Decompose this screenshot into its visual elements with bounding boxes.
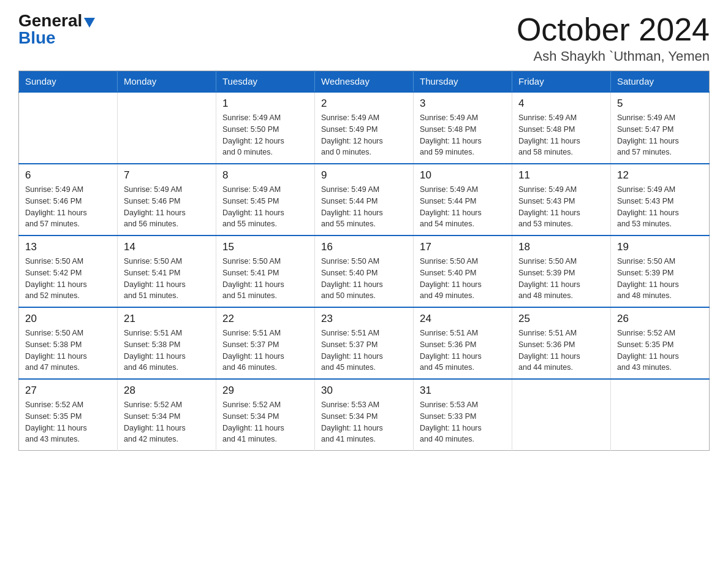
day-info: Sunrise: 5:49 AMSunset: 5:48 PMDaylight:… (420, 112, 506, 158)
day-number: 18 (518, 241, 604, 253)
day-info: Sunrise: 5:52 AMSunset: 5:35 PMDaylight:… (617, 327, 703, 373)
calendar-cell: 9Sunrise: 5:49 AMSunset: 5:44 PMDaylight… (315, 164, 414, 236)
day-info: Sunrise: 5:50 AMSunset: 5:40 PMDaylight:… (321, 256, 407, 302)
calendar-cell: 28Sunrise: 5:52 AMSunset: 5:34 PMDayligh… (118, 379, 216, 451)
calendar-cell: 14Sunrise: 5:50 AMSunset: 5:41 PMDayligh… (118, 236, 216, 307)
calendar-header-monday: Monday (118, 71, 216, 93)
calendar-cell: 3Sunrise: 5:49 AMSunset: 5:48 PMDaylight… (414, 92, 512, 164)
day-info: Sunrise: 5:49 AMSunset: 5:44 PMDaylight:… (420, 184, 506, 230)
calendar-week-row: 27Sunrise: 5:52 AMSunset: 5:35 PMDayligh… (19, 379, 710, 451)
calendar-table: SundayMondayTuesdayWednesdayThursdayFrid… (18, 71, 710, 451)
day-info: Sunrise: 5:49 AMSunset: 5:47 PMDaylight:… (617, 112, 703, 158)
day-number: 22 (222, 313, 308, 325)
day-number: 21 (124, 313, 210, 325)
logo-triangle-icon (84, 13, 95, 31)
day-info: Sunrise: 5:49 AMSunset: 5:45 PMDaylight:… (222, 184, 308, 230)
day-number: 2 (321, 98, 407, 110)
calendar-header-row: SundayMondayTuesdayWednesdayThursdayFrid… (19, 71, 710, 93)
calendar-header-thursday: Thursday (414, 71, 512, 93)
day-number: 20 (25, 313, 111, 325)
day-number: 11 (518, 169, 604, 182)
day-number: 13 (25, 241, 111, 253)
title-block: October 2024 Ash Shaykh `Uthman, Yemen (517, 12, 710, 64)
calendar-header-sunday: Sunday (19, 71, 118, 93)
day-number: 24 (420, 313, 506, 325)
day-info: Sunrise: 5:51 AMSunset: 5:37 PMDaylight:… (222, 327, 308, 373)
logo-general: General (18, 11, 82, 30)
calendar-week-row: 6Sunrise: 5:49 AMSunset: 5:46 PMDaylight… (19, 164, 710, 236)
day-info: Sunrise: 5:52 AMSunset: 5:34 PMDaylight:… (124, 399, 210, 445)
day-number: 17 (420, 241, 506, 253)
calendar-cell: 30Sunrise: 5:53 AMSunset: 5:34 PMDayligh… (315, 379, 414, 451)
day-info: Sunrise: 5:50 AMSunset: 5:41 PMDaylight:… (222, 256, 308, 302)
day-info: Sunrise: 5:51 AMSunset: 5:36 PMDaylight:… (518, 327, 604, 373)
day-number: 4 (518, 98, 604, 110)
day-info: Sunrise: 5:53 AMSunset: 5:33 PMDaylight:… (420, 399, 506, 445)
day-info: Sunrise: 5:49 AMSunset: 5:50 PMDaylight:… (222, 112, 308, 158)
day-info: Sunrise: 5:49 AMSunset: 5:46 PMDaylight:… (124, 184, 210, 230)
day-info: Sunrise: 5:50 AMSunset: 5:38 PMDaylight:… (25, 327, 111, 373)
calendar-cell: 27Sunrise: 5:52 AMSunset: 5:35 PMDayligh… (19, 379, 118, 451)
calendar-cell (611, 379, 710, 451)
day-number: 26 (617, 313, 703, 325)
day-number: 5 (617, 98, 703, 110)
calendar-cell: 10Sunrise: 5:49 AMSunset: 5:44 PMDayligh… (414, 164, 512, 236)
page-header: General Blue October 2024 Ash Shaykh `Ut… (18, 12, 710, 64)
day-number: 1 (222, 98, 308, 110)
calendar-header-friday: Friday (512, 71, 611, 93)
logo-blue: Blue (18, 28, 56, 47)
day-number: 7 (124, 169, 210, 182)
calendar-cell: 16Sunrise: 5:50 AMSunset: 5:40 PMDayligh… (315, 236, 414, 307)
day-info: Sunrise: 5:51 AMSunset: 5:38 PMDaylight:… (124, 327, 210, 373)
page-title: October 2024 (517, 12, 710, 47)
calendar-cell (512, 379, 611, 451)
calendar-cell: 18Sunrise: 5:50 AMSunset: 5:39 PMDayligh… (512, 236, 611, 307)
calendar-cell: 21Sunrise: 5:51 AMSunset: 5:38 PMDayligh… (118, 307, 216, 379)
calendar-cell: 24Sunrise: 5:51 AMSunset: 5:36 PMDayligh… (414, 307, 512, 379)
day-info: Sunrise: 5:50 AMSunset: 5:42 PMDaylight:… (25, 256, 111, 302)
day-info: Sunrise: 5:49 AMSunset: 5:43 PMDaylight:… (518, 184, 604, 230)
day-number: 19 (617, 241, 703, 253)
calendar-cell: 15Sunrise: 5:50 AMSunset: 5:41 PMDayligh… (216, 236, 315, 307)
day-number: 28 (124, 385, 210, 397)
day-number: 15 (222, 241, 308, 253)
day-info: Sunrise: 5:50 AMSunset: 5:39 PMDaylight:… (617, 256, 703, 302)
day-info: Sunrise: 5:49 AMSunset: 5:46 PMDaylight:… (25, 184, 111, 230)
calendar-cell: 13Sunrise: 5:50 AMSunset: 5:42 PMDayligh… (19, 236, 118, 307)
calendar-cell: 8Sunrise: 5:49 AMSunset: 5:45 PMDaylight… (216, 164, 315, 236)
page-subtitle: Ash Shaykh `Uthman, Yemen (517, 48, 710, 64)
day-number: 25 (518, 313, 604, 325)
day-info: Sunrise: 5:49 AMSunset: 5:48 PMDaylight:… (518, 112, 604, 158)
day-info: Sunrise: 5:50 AMSunset: 5:40 PMDaylight:… (420, 256, 506, 302)
calendar-cell (19, 92, 118, 164)
calendar-cell: 7Sunrise: 5:49 AMSunset: 5:46 PMDaylight… (118, 164, 216, 236)
day-number: 27 (25, 385, 111, 397)
day-info: Sunrise: 5:49 AMSunset: 5:44 PMDaylight:… (321, 184, 407, 230)
calendar-cell: 31Sunrise: 5:53 AMSunset: 5:33 PMDayligh… (414, 379, 512, 451)
calendar-cell: 17Sunrise: 5:50 AMSunset: 5:40 PMDayligh… (414, 236, 512, 307)
calendar-cell: 6Sunrise: 5:49 AMSunset: 5:46 PMDaylight… (19, 164, 118, 236)
day-info: Sunrise: 5:51 AMSunset: 5:36 PMDaylight:… (420, 327, 506, 373)
calendar-week-row: 13Sunrise: 5:50 AMSunset: 5:42 PMDayligh… (19, 236, 710, 307)
calendar-cell: 23Sunrise: 5:51 AMSunset: 5:37 PMDayligh… (315, 307, 414, 379)
day-number: 14 (124, 241, 210, 253)
day-number: 30 (321, 385, 407, 397)
calendar-cell: 1Sunrise: 5:49 AMSunset: 5:50 PMDaylight… (216, 92, 315, 164)
calendar-cell (118, 92, 216, 164)
day-number: 8 (222, 169, 308, 182)
calendar-cell: 20Sunrise: 5:50 AMSunset: 5:38 PMDayligh… (19, 307, 118, 379)
logo: General Blue (18, 12, 95, 47)
day-number: 16 (321, 241, 407, 253)
day-info: Sunrise: 5:50 AMSunset: 5:41 PMDaylight:… (124, 256, 210, 302)
calendar-cell: 4Sunrise: 5:49 AMSunset: 5:48 PMDaylight… (512, 92, 611, 164)
day-number: 6 (25, 169, 111, 182)
calendar-cell: 19Sunrise: 5:50 AMSunset: 5:39 PMDayligh… (611, 236, 710, 307)
calendar-cell: 29Sunrise: 5:52 AMSunset: 5:34 PMDayligh… (216, 379, 315, 451)
day-number: 31 (420, 385, 506, 397)
calendar-cell: 25Sunrise: 5:51 AMSunset: 5:36 PMDayligh… (512, 307, 611, 379)
calendar-week-row: 20Sunrise: 5:50 AMSunset: 5:38 PMDayligh… (19, 307, 710, 379)
day-number: 29 (222, 385, 308, 397)
day-info: Sunrise: 5:52 AMSunset: 5:35 PMDaylight:… (25, 399, 111, 445)
svg-marker-0 (84, 18, 95, 28)
day-info: Sunrise: 5:52 AMSunset: 5:34 PMDaylight:… (222, 399, 308, 445)
